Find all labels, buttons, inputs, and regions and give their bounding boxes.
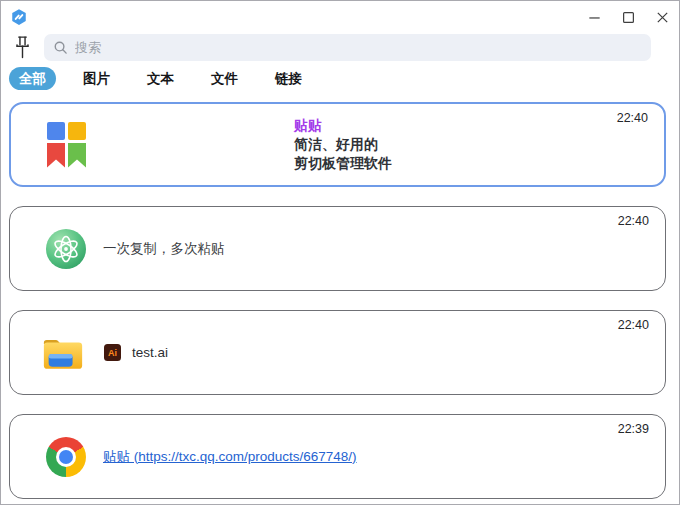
window-controls <box>577 2 679 32</box>
clipboard-item-text[interactable]: 22:40 一次复制，多次粘贴 <box>9 206 666 291</box>
filter-tabs: 全部 图片 文本 文件 链接 <box>1 64 679 96</box>
file-name: test.ai <box>132 345 168 360</box>
close-button[interactable] <box>645 2 679 32</box>
chrome-icon <box>46 437 86 477</box>
clipboard-item-image[interactable]: 22:40 贴贴 简洁、好用的 剪切板管理软件 <box>9 102 666 187</box>
folder-icon <box>41 334 85 371</box>
maximize-button[interactable] <box>611 2 645 32</box>
text-content: 一次复制，多次粘贴 <box>103 240 225 258</box>
pin-icon <box>14 35 31 60</box>
image-caption-title: 贴贴 <box>294 116 392 135</box>
tab-links[interactable]: 链接 <box>265 67 312 90</box>
tab-text[interactable]: 文本 <box>137 67 184 90</box>
clipboard-list: 22:40 贴贴 简洁、好用的 剪切板管理软件 22:40 <box>1 96 679 499</box>
timestamp: 22:40 <box>618 318 649 332</box>
app-window: 全部 图片 文本 文件 链接 22:40 贴贴 简洁、好用的 剪切板管理软件 2… <box>0 0 680 505</box>
timestamp: 22:40 <box>617 111 648 125</box>
timestamp: 22:39 <box>618 422 649 436</box>
image-caption-line1: 简洁、好用的 <box>294 135 392 154</box>
search-icon <box>53 40 68 55</box>
tab-files[interactable]: 文件 <box>201 67 248 90</box>
maximize-icon <box>621 10 636 25</box>
app-logo-icon <box>10 8 28 26</box>
titlebar <box>1 1 679 33</box>
close-icon <box>655 10 670 25</box>
minimize-button[interactable] <box>577 2 611 32</box>
search-input[interactable] <box>75 40 642 55</box>
pin-button[interactable] <box>11 35 33 61</box>
clipboard-item-link[interactable]: 22:39 贴贴 (https://txc.qq.com/products/66… <box>9 414 666 499</box>
ai-file-icon: Ai <box>104 344 121 361</box>
clipboard-item-file[interactable]: 22:40 Ai test.ai <box>9 310 666 395</box>
minimize-icon <box>587 10 602 25</box>
link-text[interactable]: 贴贴 (https://txc.qq.com/products/667748/) <box>103 448 357 466</box>
atom-icon <box>46 229 86 269</box>
image-caption: 贴贴 简洁、好用的 剪切板管理软件 <box>294 116 392 173</box>
tab-all[interactable]: 全部 <box>9 67 56 90</box>
toolbar <box>1 33 679 64</box>
timestamp: 22:40 <box>618 214 649 228</box>
search-bar[interactable] <box>44 34 651 61</box>
image-caption-line2: 剪切板管理软件 <box>294 154 392 173</box>
tab-images[interactable]: 图片 <box>73 67 120 90</box>
tietie-logo-icon <box>47 122 86 168</box>
